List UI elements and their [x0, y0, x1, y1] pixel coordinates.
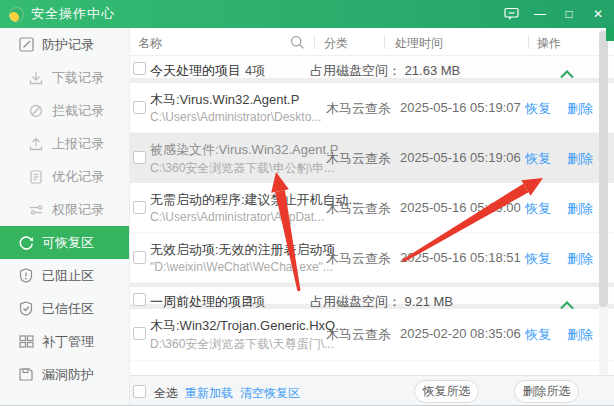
sidebar-item-label: 上报记录	[52, 135, 104, 153]
threat-time: 2025-05-16 05:19:06	[400, 150, 521, 165]
row-checkbox[interactable]	[133, 327, 146, 340]
column-divider	[384, 36, 385, 49]
restore-link[interactable]: 恢复	[518, 250, 558, 268]
threat-name: 木马:Win32/Trojan.Generic.HxQ...	[150, 317, 346, 335]
vulnerability-icon	[18, 367, 34, 383]
green-notch	[606, 28, 614, 41]
titlebar: 安全操作中心 — □ ✕	[0, 0, 614, 28]
restore-link[interactable]: 恢复	[518, 150, 558, 168]
sidebar-item-8[interactable]: 已信任区	[0, 292, 129, 325]
sidebar-item-label: 优化记录	[52, 168, 104, 186]
group-header-row: 一周前处理的项目 2项 占用磁盘空间： 9.21 MB	[130, 283, 614, 309]
threat-name: 木马:Virus.Win32.Agent.P	[150, 91, 299, 109]
restore-zone-icon	[18, 235, 34, 251]
sidebar-item-1[interactable]: 下载记录	[0, 61, 129, 94]
security-center-window: 安全操作中心 — □ ✕ 防护记录下载记录拦截记录上报记录优化记录权限记录可恢复…	[0, 0, 614, 406]
column-header-name: 名称	[138, 35, 162, 52]
threat-category: 木马云查杀	[326, 250, 391, 268]
scrollbar-thumb[interactable]	[599, 31, 608, 307]
sidebar-item-label: 已阻止区	[42, 267, 94, 285]
search-icon[interactable]	[290, 35, 305, 53]
restore-selected-button[interactable]: 恢复所选	[414, 380, 479, 403]
shield-blocked-icon	[18, 268, 34, 284]
app-logo-icon	[9, 7, 24, 22]
maximize-button[interactable]: □	[561, 6, 577, 22]
chevron-up-icon[interactable]	[560, 65, 574, 83]
threat-category: 木马云查杀	[326, 326, 391, 344]
delete-link[interactable]: 删除	[560, 200, 600, 218]
group-checkbox[interactable]	[133, 293, 146, 306]
sidebar-item-3[interactable]: 上报记录	[0, 127, 129, 160]
scrollbar	[599, 29, 608, 375]
table-row[interactable]: 木马:Virus.Win32.Agent.P C:\Users\Administ…	[130, 83, 614, 133]
group-header-row: 今天处理的项目 4项 占用磁盘空间： 21.63 MB	[130, 56, 614, 83]
delete-link[interactable]: 删除	[560, 250, 600, 268]
sidebar-item-6[interactable]: 可恢复区	[0, 226, 129, 259]
restore-link[interactable]: 恢复	[518, 326, 558, 344]
column-divider	[314, 36, 315, 49]
close-button[interactable]: ✕	[590, 6, 606, 22]
select-all-label[interactable]: 全选	[154, 385, 178, 402]
sidebar-item-4[interactable]: 优化记录	[0, 160, 129, 193]
table-row[interactable]: 无效启动项:无效的注册表启动项 "D:\weixin\WeChat\WeChat…	[130, 233, 614, 283]
sidebar-item-2[interactable]: 拦截记录	[0, 94, 129, 127]
group-disk-usage: 占用磁盘空间： 21.63 MB	[310, 62, 460, 80]
optimize-icon	[28, 169, 44, 185]
threat-category: 木马云查杀	[326, 100, 391, 118]
sidebar-item-label: 防护记录	[42, 36, 94, 54]
row-checkbox[interactable]	[133, 151, 146, 164]
sidebar-item-label: 可恢复区	[42, 234, 94, 252]
delete-link[interactable]: 删除	[560, 100, 600, 118]
delete-link[interactable]: 删除	[560, 150, 600, 168]
threat-path: C:\Users\Administrator\AppDat...	[150, 210, 324, 224]
table-row[interactable]: 木马:Win32/Trojan.Generic.HxQ... D:\360安全浏…	[130, 309, 614, 361]
patch-icon	[18, 334, 34, 350]
threat-time: 2025-05-16 05:19:00	[400, 200, 521, 215]
table-row[interactable]: 无需启动的程序:建议禁止开机自动... C:\Users\Administrat…	[130, 183, 614, 233]
sidebar-item-label: 漏洞防护	[42, 366, 94, 384]
threat-path: C:\360安全浏览器下载\申公豹\申...	[150, 160, 334, 177]
sidebar-item-label: 已信任区	[42, 300, 94, 318]
delete-link[interactable]: 删除	[560, 326, 600, 344]
select-all-checkbox[interactable]	[133, 385, 146, 398]
table-body: 今天处理的项目 4项 占用磁盘空间： 21.63 MB 木马:Virus.Win…	[130, 56, 614, 361]
minimize-button[interactable]: —	[532, 6, 548, 22]
threat-category: 木马云查杀	[326, 150, 391, 168]
row-checkbox[interactable]	[133, 251, 146, 264]
window-title: 安全操作中心	[31, 5, 115, 23]
feedback-icon[interactable]	[503, 6, 519, 22]
sidebar-item-label: 拦截记录	[52, 102, 104, 120]
reload-link[interactable]: 重新加载	[185, 385, 233, 402]
threat-category: 木马云查杀	[326, 200, 391, 218]
sidebar-item-10[interactable]: 漏洞防护	[0, 358, 129, 391]
sidebar-item-5[interactable]: 权限记录	[0, 193, 129, 226]
restore-link[interactable]: 恢复	[518, 100, 558, 118]
threat-path: "D:\weixin\WeChat\WeChat.exe"...	[150, 260, 333, 274]
sidebar-item-9[interactable]: 补丁管理	[0, 325, 129, 358]
restore-link[interactable]: 恢复	[518, 200, 558, 218]
block-icon	[28, 103, 44, 119]
download-icon	[28, 70, 44, 86]
sidebar-item-label: 下载记录	[52, 69, 104, 87]
threat-name: 被感染文件:Virus.Win32.Agent.P	[150, 141, 338, 159]
column-divider	[528, 36, 529, 49]
group-title: 今天处理的项目	[150, 62, 241, 80]
threat-time: 2025-05-16 05:18:51	[400, 250, 521, 265]
row-checkbox[interactable]	[133, 201, 146, 214]
sidebar-item-label: 补丁管理	[42, 333, 94, 351]
group-checkbox[interactable]	[133, 62, 146, 75]
sidebar-item-7[interactable]: 已阻止区	[0, 259, 129, 292]
clear-restore-zone-link[interactable]: 清空恢复区	[240, 385, 300, 402]
upload-icon	[28, 136, 44, 152]
delete-selected-button[interactable]: 删除所选	[514, 380, 579, 403]
window-controls: — □ ✕	[503, 0, 606, 28]
row-checkbox[interactable]	[133, 101, 146, 114]
table-row[interactable]: 被感染文件:Virus.Win32.Agent.P C:\360安全浏览器下载\…	[130, 133, 614, 183]
column-header-action: 操作	[537, 35, 561, 52]
sidebar-item-0[interactable]: 防护记录	[0, 28, 129, 61]
sidebar-item-label: 权限记录	[52, 201, 104, 219]
main-panel: 名称 分类 处理时间 操作 今天处理的项目 4项 占用磁盘空间： 21.63 M…	[130, 28, 614, 406]
footer-bar: 全选 重新加载 清空恢复区 恢复所选 删除所选	[130, 375, 614, 406]
edit-record-icon	[18, 37, 34, 53]
sidebar: 防护记录下载记录拦截记录上报记录优化记录权限记录可恢复区已阻止区已信任区补丁管理…	[0, 28, 130, 406]
